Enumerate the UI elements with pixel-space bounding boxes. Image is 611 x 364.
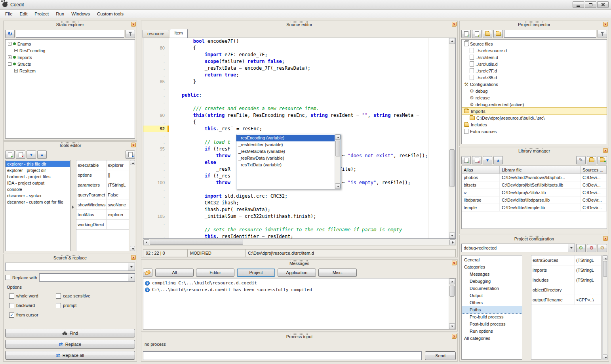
category-general[interactable]: General — [462, 256, 522, 263]
menu-item-file[interactable]: File — [2, 10, 16, 17]
tree-node-structs[interactable]: -Structs — [6, 61, 135, 67]
gutter-line-number[interactable]: . — [143, 166, 169, 173]
property-row-options[interactable]: options[] — [76, 170, 129, 180]
code-line[interactable]: . import std.digest.crc: CRC32; — [143, 193, 449, 200]
code-line[interactable]: bool encodee7F() — [143, 38, 449, 45]
code-text[interactable] — [169, 132, 170, 139]
property-value[interactable]: (TStringL — [575, 265, 601, 275]
property-value[interactable]: swoNone — [107, 200, 129, 210]
category-categories[interactable]: Categories — [462, 263, 522, 271]
gutter-line-number[interactable]: 90 — [143, 112, 169, 119]
tool-item-dscanner-syntax[interactable]: dscanner - syntax — [6, 192, 70, 199]
category-paths[interactable]: Paths — [462, 306, 522, 313]
property-value[interactable]: (TStringL — [107, 180, 129, 190]
drag-grip-icon[interactable] — [61, 21, 79, 23]
code-text[interactable]: this(string resFile, ResEncoding resEnc,… — [169, 112, 422, 119]
drag-grip-icon[interactable] — [61, 142, 79, 143]
open-folder-button[interactable] — [483, 30, 492, 38]
tool-item-explorer-project-dir[interactable]: explorer - project dir — [6, 167, 70, 173]
code-text[interactable]: else — [169, 159, 216, 166]
tool-item-console[interactable]: console — [6, 186, 70, 192]
menu-item-windows[interactable]: Windows — [68, 10, 93, 17]
code-line[interactable]: 92 this._res = resEnc; — [143, 126, 449, 132]
code-text[interactable]: if (!resF — [169, 146, 230, 152]
property-value[interactable] — [575, 285, 601, 295]
message-item[interactable]: compiling C:\...\build\resource.d.coedit — [143, 280, 455, 286]
option-prompt[interactable]: prompt — [56, 301, 137, 310]
gutter-line-number[interactable]: . — [143, 72, 169, 78]
expander-icon[interactable]: + — [14, 69, 18, 72]
library-row-bitsets[interactable]: bitsetsC:\Dev\dproj\bitSet\lib\bitsets.l… — [462, 181, 607, 189]
message-item[interactable]: C:\...\build\resource.d.coedit has been … — [143, 286, 455, 293]
library-row-temple[interactable]: templeC:\Dev\dlibs\temple.libC:\Dev\r... — [462, 204, 607, 212]
code-text[interactable] — [169, 85, 170, 92]
scroll-up-icon[interactable] — [603, 255, 607, 260]
chevron-down-icon[interactable] — [128, 274, 135, 281]
expander-icon[interactable]: + — [8, 55, 11, 59]
gutter-line-number[interactable]: . — [143, 92, 169, 99]
tree-node-imports[interactable]: Imports — [462, 108, 607, 114]
completion-item[interactable]: _resEncoding (variable) — [236, 135, 335, 141]
code-line[interactable]: . scope(failure) return false; — [143, 58, 449, 65]
code-text[interactable]: // load t — [169, 139, 230, 146]
send-button[interactable]: Send — [425, 351, 456, 360]
code-line[interactable]: . return true; — [143, 72, 449, 78]
checkbox-from-cursor[interactable] — [9, 313, 14, 318]
scroll-up-icon[interactable] — [335, 134, 341, 140]
menu-item-edit[interactable]: Edit — [16, 10, 31, 17]
tab-item[interactable]: item — [170, 29, 188, 38]
drag-grip-icon[interactable] — [525, 148, 543, 149]
menu-item-project[interactable]: Project — [31, 10, 52, 17]
property-row-objectdirectory[interactable]: objectDirectory — [531, 285, 601, 295]
scrollbar-thumb[interactable] — [449, 149, 455, 187]
code-text[interactable]: scope(failure) return false; — [169, 58, 285, 65]
gutter-line-number[interactable]: . — [143, 186, 169, 193]
gutter-line-number[interactable]: 80 — [143, 45, 169, 51]
gutter-line-number[interactable]: 92 — [143, 126, 169, 132]
code-text[interactable]: this._resIdentifier = resIdent; — [169, 233, 293, 238]
checkbox-backward[interactable] — [9, 303, 14, 308]
gutter-line-number[interactable]: . — [143, 51, 169, 58]
close-panel-button[interactable]: x — [131, 22, 136, 27]
column-header-sources[interactable]: Sources ... — [581, 166, 607, 173]
replace-with-checkbox[interactable] — [5, 275, 10, 280]
tab-resource[interactable]: resource — [143, 30, 169, 38]
completion-item[interactable]: _resMetaData (variable) — [236, 148, 335, 155]
scroll-down-icon[interactable] — [449, 323, 455, 329]
maximize-button[interactable] — [585, 1, 596, 8]
drag-grip-icon[interactable] — [291, 21, 308, 23]
close-panel-button[interactable]: x — [603, 148, 608, 153]
close-button[interactable] — [597, 1, 609, 8]
clone-configuration-button[interactable]: ⚙ — [598, 244, 607, 252]
code-line[interactable]: . { — [143, 119, 449, 126]
editor-horizontal-scrollbar[interactable] — [143, 239, 456, 246]
editor-vertical-scrollbar[interactable] — [449, 38, 455, 238]
tree-node-resitem[interactable]: +ResItem — [6, 67, 135, 74]
code-text[interactable]: import e7F: encode_7F; — [169, 51, 268, 58]
gutter-line-number[interactable]: . — [143, 200, 169, 206]
open-library-button[interactable] — [587, 156, 596, 164]
configuration-selector[interactable]: debug-redirected — [461, 244, 575, 252]
gutter-line-number[interactable]: 95 — [143, 146, 169, 152]
tree-node-debug[interactable]: ⚙debug — [462, 88, 607, 94]
filter-button-application[interactable]: Application — [278, 269, 316, 277]
scroll-up-icon[interactable] — [130, 160, 135, 165]
code-text[interactable] — [169, 99, 170, 105]
move-library-down-button[interactable]: ▼ — [483, 156, 492, 164]
close-panel-button[interactable]: x — [603, 236, 608, 241]
property-row-outputfilename[interactable]: outputFilename<CPP>..\ — [531, 295, 601, 305]
category-post-build-process[interactable]: Post-build process — [462, 320, 522, 328]
symbol-search-input[interactable] — [16, 30, 124, 38]
drag-grip-icon[interactable] — [61, 255, 79, 256]
scrollbar-thumb[interactable] — [603, 261, 607, 277]
close-panel-button[interactable]: x — [452, 334, 457, 339]
remove-library-button[interactable] — [472, 156, 482, 164]
scrollbar-thumb[interactable] — [335, 141, 340, 156]
filter-button-editor[interactable]: Editor — [196, 269, 234, 277]
checkbox-whole-word[interactable] — [9, 293, 14, 299]
code-text[interactable]: if (!_res — [169, 173, 230, 179]
code-text[interactable]: // sets the resource identifier to the r… — [169, 227, 402, 233]
gutter-line-number[interactable]: . — [143, 193, 169, 200]
option-case-sensitive[interactable]: case sensitive — [56, 291, 137, 301]
property-value[interactable]: explorer — [107, 160, 129, 170]
